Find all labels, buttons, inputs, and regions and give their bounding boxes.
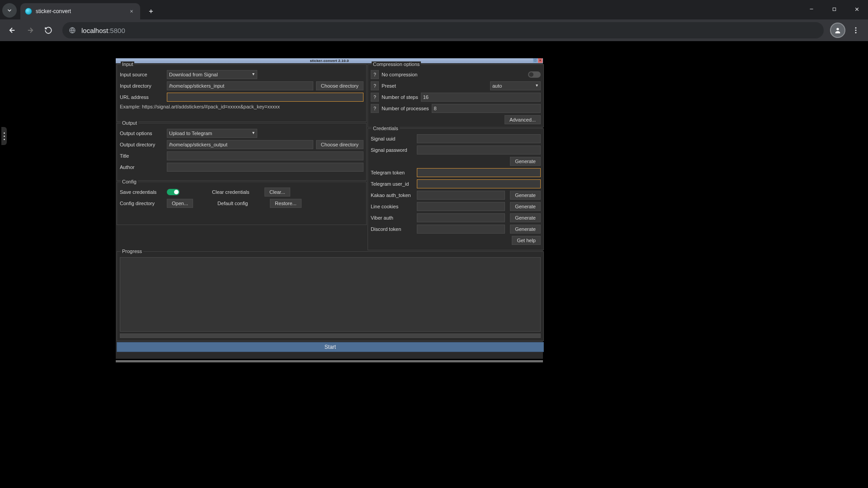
- advanced-button[interactable]: Advanced...: [505, 115, 541, 124]
- progress-group: Progress: [117, 251, 544, 341]
- svg-point-2: [836, 28, 839, 30]
- vnc-left-gutter: [0, 41, 41, 488]
- procs-label: Number of processes: [382, 106, 429, 111]
- page-content: sticker-convert 2.10.0 □ × Input Input s…: [0, 41, 868, 488]
- viber-generate-button[interactable]: Generate: [510, 213, 541, 222]
- window-controls: [800, 0, 868, 19]
- save-creds-toggle[interactable]: [167, 189, 179, 195]
- input-source-label: Input source: [120, 72, 164, 77]
- reload-button[interactable]: [41, 23, 56, 38]
- nocomp-toggle[interactable]: [528, 71, 541, 78]
- browser-tab[interactable]: sticker-convert: [20, 3, 140, 19]
- forward-button[interactable]: [23, 23, 38, 38]
- output-group: Output Output options Upload to Telegram…: [117, 123, 367, 181]
- steps-label: Number of steps: [382, 94, 418, 100]
- viber-auth-field[interactable]: [417, 213, 505, 222]
- preset-select[interactable]: auto: [490, 81, 541, 90]
- config-dir-label: Config directory: [120, 201, 164, 206]
- input-group: Input Input source Download from Signal …: [117, 64, 367, 122]
- address-bar[interactable]: localhost:5800: [62, 22, 824, 38]
- save-creds-label: Save credentials: [120, 189, 164, 195]
- title-field[interactable]: [167, 151, 363, 160]
- tab-favicon: [25, 8, 32, 15]
- discord-token-field[interactable]: [417, 225, 505, 234]
- telegram-userid-label: Telegram user_id: [371, 181, 414, 187]
- input-choose-dir-button[interactable]: Choose directory: [316, 81, 363, 90]
- telegram-token-field[interactable]: [417, 168, 541, 177]
- output-choose-dir-button[interactable]: Choose directory: [316, 140, 363, 149]
- tab-search-button[interactable]: [2, 3, 17, 18]
- horizontal-scrollbar[interactable]: [116, 360, 543, 362]
- output-options-select[interactable]: Upload to Telegram: [167, 129, 257, 138]
- svg-rect-0: [833, 8, 835, 10]
- help-steps-button[interactable]: ?: [371, 93, 379, 102]
- config-group: Config Save credentials Clear credential…: [117, 182, 367, 225]
- url-text: localhost:5800: [81, 27, 125, 34]
- progress-legend: Progress: [121, 249, 143, 254]
- telegram-userid-field[interactable]: [417, 179, 541, 188]
- progress-log[interactable]: [120, 257, 541, 332]
- new-tab-button[interactable]: [145, 5, 157, 18]
- svg-point-5: [855, 32, 857, 33]
- window-title: sticker-convert 2.10.0: [310, 59, 349, 63]
- close-window-button[interactable]: [845, 0, 868, 18]
- sticker-convert-window: sticker-convert 2.10.0 □ × Input Input s…: [116, 58, 543, 359]
- svg-point-4: [855, 30, 857, 31]
- procs-field[interactable]: [432, 104, 541, 113]
- site-info-icon[interactable]: [69, 27, 76, 34]
- window-close-icon[interactable]: ×: [538, 58, 542, 63]
- signal-generate-button[interactable]: Generate: [510, 157, 541, 166]
- output-dir-field[interactable]: [167, 140, 313, 149]
- input-source-select[interactable]: Download from Signal: [167, 70, 257, 79]
- url-label: URL address: [120, 94, 164, 100]
- line-cookies-label: Line cookies: [371, 204, 414, 209]
- help-nocomp-button[interactable]: ?: [371, 70, 379, 79]
- browser-tabbar: sticker-convert: [0, 0, 868, 19]
- signal-password-field[interactable]: [417, 145, 541, 155]
- title-label: Title: [120, 153, 164, 159]
- maximize-button[interactable]: [823, 0, 845, 18]
- help-preset-button[interactable]: ?: [371, 81, 379, 90]
- start-button[interactable]: Start: [117, 342, 544, 352]
- window-titlebar[interactable]: sticker-convert 2.10.0 □ ×: [116, 58, 543, 63]
- output-dir-label: Output directory: [120, 142, 164, 147]
- input-dir-field[interactable]: [167, 81, 313, 90]
- line-generate-button[interactable]: Generate: [510, 202, 541, 211]
- minimize-button[interactable]: [800, 0, 823, 18]
- output-options-label: Output options: [120, 131, 164, 136]
- viber-auth-label: Viber auth: [371, 215, 414, 221]
- compression-legend: Compression options: [372, 61, 421, 67]
- progress-bar: [120, 333, 541, 338]
- kakao-token-label: Kakao auth_token: [371, 192, 414, 198]
- back-button[interactable]: [5, 23, 20, 38]
- input-dir-label: Input directory: [120, 83, 164, 89]
- help-procs-button[interactable]: ?: [371, 104, 379, 113]
- profile-button[interactable]: [830, 23, 845, 38]
- discord-token-label: Discord token: [371, 226, 414, 232]
- restore-config-button[interactable]: Restore...: [270, 199, 302, 208]
- steps-field[interactable]: [421, 93, 541, 102]
- line-cookies-field[interactable]: [417, 202, 505, 211]
- vnc-toolbar-handle[interactable]: [1, 127, 7, 145]
- author-field[interactable]: [167, 163, 363, 172]
- browser-menu-button[interactable]: [848, 23, 863, 38]
- signal-password-label: Signal password: [371, 147, 414, 153]
- window-maximize-icon[interactable]: □: [533, 58, 538, 63]
- discord-generate-button[interactable]: Generate: [510, 225, 541, 234]
- get-help-button[interactable]: Get help: [512, 236, 541, 245]
- clear-creds-button[interactable]: Clear...: [264, 188, 290, 197]
- config-open-button[interactable]: Open...: [167, 199, 193, 208]
- credentials-legend: Credentials: [372, 126, 400, 131]
- signal-uuid-label: Signal uuid: [371, 136, 414, 141]
- kakao-token-field[interactable]: [417, 191, 505, 200]
- input-legend: Input: [121, 61, 134, 67]
- vnc-canvas[interactable]: sticker-convert 2.10.0 □ × Input Input s…: [41, 41, 618, 488]
- kakao-generate-button[interactable]: Generate: [510, 191, 541, 200]
- credentials-group: Credentials Signal uuid Signal password …: [368, 128, 544, 250]
- tab-title: sticker-convert: [36, 8, 71, 14]
- author-label: Author: [120, 164, 164, 170]
- url-field[interactable]: [167, 93, 363, 102]
- clear-creds-label: Clear credentials: [212, 189, 262, 195]
- tab-close-button[interactable]: [127, 7, 136, 15]
- signal-uuid-field[interactable]: [417, 134, 541, 143]
